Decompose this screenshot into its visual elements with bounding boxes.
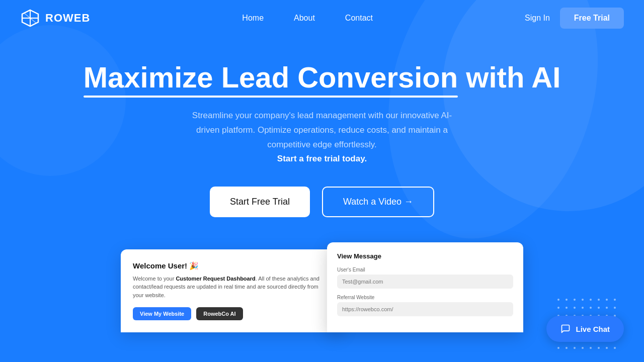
chat-icon — [560, 324, 571, 334]
message-card: View Message User's Email Referral Websi… — [327, 242, 523, 332]
start-free-trial-button[interactable]: Start Free Trial — [210, 187, 310, 217]
dashboard-preview: Welcome User! 🎉 Welcome to your Customer… — [0, 242, 644, 332]
nav-actions: Sign In Free Trial — [525, 8, 624, 29]
referral-label: Referral Website — [337, 295, 513, 300]
welcome-card: Welcome User! 🎉 Welcome to your Customer… — [121, 249, 342, 333]
hero-section: Maximize Lead Conversion with AI Streaml… — [0, 36, 644, 217]
hero-cta-text: Start a free trial today. — [277, 154, 367, 163]
email-label: User's Email — [337, 267, 513, 273]
nav-links: Home About Contact — [242, 14, 373, 23]
hero-buttons: Start Free Trial Watch a Video → — [0, 187, 644, 217]
logo-text: ROWEB — [45, 12, 90, 25]
nav-about[interactable]: About — [294, 14, 315, 23]
live-chat-button[interactable]: Live Chat — [546, 316, 624, 342]
referral-input[interactable] — [337, 302, 513, 316]
view-website-button[interactable]: View My Website — [133, 307, 191, 320]
hero-title-underline: Maximize Lead Conversion — [84, 61, 458, 94]
watch-video-button[interactable]: Watch a Video → — [322, 187, 434, 217]
logo-icon — [20, 8, 40, 28]
logo[interactable]: ROWEB — [20, 8, 90, 28]
message-card-title: View Message — [337, 252, 513, 260]
live-chat-label: Live Chat — [576, 325, 610, 333]
welcome-text: Welcome to your Customer Request Dashboa… — [133, 275, 330, 300]
hero-title: Maximize Lead Conversion with AI — [0, 61, 644, 94]
welcome-buttons: View My Website RowebCo AI — [133, 307, 330, 320]
nav-contact[interactable]: Contact — [345, 14, 373, 23]
free-trial-button[interactable]: Free Trial — [560, 8, 624, 29]
email-input[interactable] — [337, 275, 513, 289]
hero-subtitle: Streamline your company's lead managemen… — [181, 109, 463, 167]
nav-home[interactable]: Home — [242, 14, 264, 23]
rowebco-ai-button[interactable]: RowebCo AI — [196, 307, 243, 320]
welcome-title: Welcome User! 🎉 — [133, 261, 330, 270]
sign-in-button[interactable]: Sign In — [525, 14, 550, 23]
navbar: ROWEB Home About Contact Sign In Free Tr… — [0, 0, 644, 36]
